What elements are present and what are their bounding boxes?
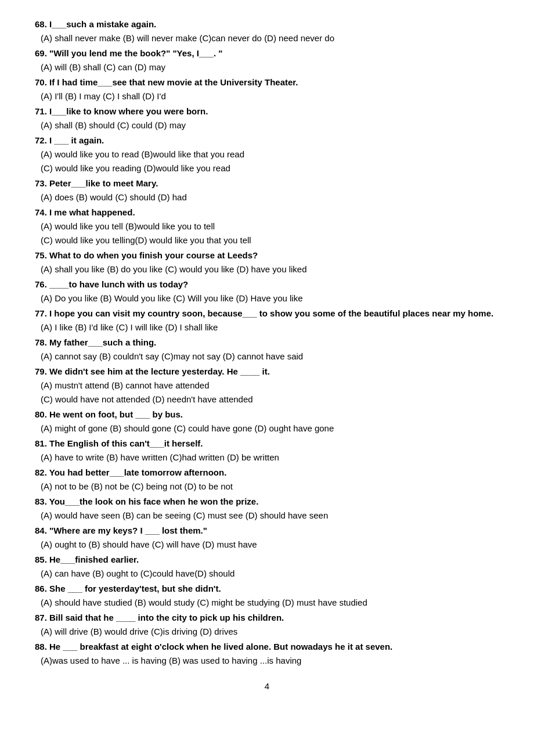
question-block-q74: 74. I me what happened.(A) would like yo… [35,206,499,247]
answer-line-q78-0: (A) cannot say (B) couldn't say (C)may n… [35,350,499,363]
questions-container: 68. I___such a mistake again.(A) shall n… [35,17,499,668]
question-text-q81: 81. The English of this can't___it herse… [35,437,499,451]
question-block-q68: 68. I___such a mistake again.(A) shall n… [35,17,499,45]
question-block-q85: 85. He___finished earlier.(A) can have (… [35,553,499,581]
question-text-q85: 85. He___finished earlier. [35,553,499,567]
answer-line-q82-0: (A) not to be (B) not be (C) being not (… [35,480,499,494]
answer-line-q88-0: (A)was used to have ... is having (B) wa… [35,654,499,668]
answer-line-q85-0: (A) can have (B) ought to (C)could have(… [35,567,499,581]
answer-line-q87-0: (A) will drive (B) would drive (C)is dri… [35,625,499,639]
answer-line-q84-0: (A) ought to (B) should have (C) will ha… [35,538,499,552]
answer-line-q81-0: (A) have to write (B) have written (C)ha… [35,451,499,465]
answer-line-q72-0: (A) would like you to read (B)would like… [35,147,499,161]
answer-line-q70-0: (A) I'll (B) I may (C) I shall (D) I'd [35,89,499,103]
answer-line-q74-0: (A) would like you tell (B)would like yo… [35,219,499,233]
answer-line-q72-1: (C) would like you reading (D)would like… [35,161,499,175]
question-text-q69: 69. "Will you lend me the book?" "Yes, I… [35,46,499,60]
question-block-q84: 84. "Where are my keys? I ___ lost them.… [35,524,499,552]
question-block-q72: 72. I ___ it again.(A) would like you to… [35,134,499,175]
answer-line-q80-0: (A) might of gone (B) should gone (C) co… [35,422,499,435]
answer-line-q75-0: (A) shall you like (B) do you like (C) w… [35,262,499,276]
question-text-q72: 72. I ___ it again. [35,134,499,147]
question-block-q69: 69. "Will you lend me the book?" "Yes, I… [35,46,499,74]
question-block-q79: 79. We didn't see him at the lecture yes… [35,365,499,406]
question-block-q88: 88. He ___ breakfast at eight o'clock wh… [35,640,499,668]
answer-line-q69-0: (A) will (B) shall (C) can (D) may [35,60,499,74]
question-block-q87: 87. Bill said that he ____ into the city… [35,611,499,639]
answer-line-q79-1: (C) would have not attended (D) needn't … [35,393,499,406]
answer-line-q79-0: (A) mustn't attend (B) cannot have atten… [35,379,499,393]
question-text-q80: 80. He went on foot, but ___ by bus. [35,408,499,422]
question-text-q83: 83. You___the look on his face when he w… [35,495,499,509]
question-block-q71: 71. I___like to know where you were born… [35,105,499,132]
question-block-q86: 86. She ___ for yesterday'test, but she … [35,582,499,610]
question-text-q68: 68. I___such a mistake again. [35,17,499,31]
question-text-q70: 70. If I had time___see that new movie a… [35,75,499,89]
question-block-q78: 78. My father___such a thing.(A) cannot … [35,336,499,363]
question-text-q77: 77. I hope you can visit my country soon… [35,307,499,321]
question-text-q86: 86. She ___ for yesterday'test, but she … [35,582,499,596]
answer-line-q77-0: (A) I like (B) I'd like (C) I will like … [35,321,499,334]
question-block-q81: 81. The English of this can't___it herse… [35,437,499,465]
question-text-q71: 71. I___like to know where you were born… [35,105,499,118]
question-text-q87: 87. Bill said that he ____ into the city… [35,611,499,625]
question-block-q77: 77. I hope you can visit my country soon… [35,307,499,334]
page-number: 4 [35,679,499,693]
question-block-q76: 76. ____to have lunch with us today?(A) … [35,278,499,305]
question-text-q73: 73. Peter___like to meet Mary. [35,177,499,190]
answer-line-q76-0: (A) Do you like (B) Would you like (C) W… [35,291,499,305]
answer-line-q86-0: (A) should have studied (B) would study … [35,596,499,610]
answer-line-q74-1: (C) would like you telling(D) would like… [35,233,499,247]
question-text-q75: 75. What to do when you finish your cour… [35,249,499,262]
question-text-q76: 76. ____to have lunch with us today? [35,278,499,291]
question-block-q80: 80. He went on foot, but ___ by bus.(A) … [35,408,499,435]
answer-line-q73-0: (A) does (B) would (C) should (D) had [35,190,499,204]
answer-line-q68-0: (A) shall never make (B) will never make… [35,31,499,45]
main-content: 68. I___such a mistake again.(A) shall n… [35,17,499,693]
question-text-q82: 82. You had better___late tomorrow after… [35,466,499,480]
question-text-q79: 79. We didn't see him at the lecture yes… [35,365,499,379]
question-block-q70: 70. If I had time___see that new movie a… [35,75,499,103]
question-text-q78: 78. My father___such a thing. [35,336,499,350]
answer-line-q71-0: (A) shall (B) should (C) could (D) may [35,118,499,132]
question-block-q75: 75. What to do when you finish your cour… [35,249,499,276]
question-block-q83: 83. You___the look on his face when he w… [35,495,499,523]
question-block-q73: 73. Peter___like to meet Mary.(A) does (… [35,177,499,204]
question-text-q88: 88. He ___ breakfast at eight o'clock wh… [35,640,499,654]
answer-line-q83-0: (A) would have seen (B) can be seeing (C… [35,509,499,523]
question-block-q82: 82. You had better___late tomorrow after… [35,466,499,494]
question-text-q84: 84. "Where are my keys? I ___ lost them.… [35,524,499,538]
question-text-q74: 74. I me what happened. [35,206,499,219]
